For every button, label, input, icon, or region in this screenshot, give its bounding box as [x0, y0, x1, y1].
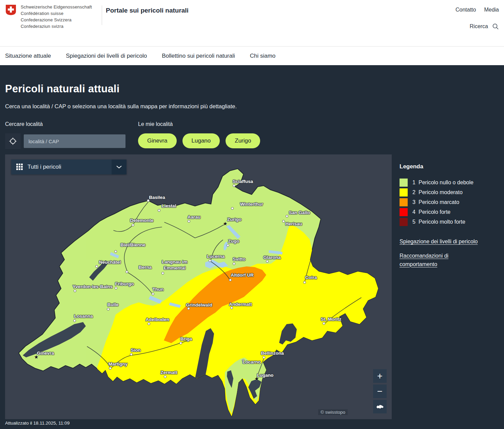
zoom-out-button[interactable]: − — [373, 385, 387, 398]
my-locations: Ginevra Lugano Zurigo — [138, 133, 260, 148]
last-updated: Attualizzato il 18.11.2025, 11:09 — [5, 421, 70, 426]
my-location-lugano[interactable]: Lugano — [182, 133, 220, 148]
legend-level: 4 — [410, 209, 415, 215]
legend-label: Pericolo forte — [419, 209, 450, 215]
legend-swatch — [400, 198, 408, 206]
map-attribution[interactable]: © swisstopo — [318, 409, 348, 415]
locality-search-input[interactable] — [24, 134, 125, 148]
legend-item: 5Pericolo molto forte — [400, 218, 488, 226]
my-location-zurigo[interactable]: Zurigo — [226, 133, 260, 148]
header-search-button[interactable]: Ricerca — [470, 23, 499, 30]
my-location-ginevra[interactable]: Ginevra — [138, 133, 177, 148]
search-locality-label: Cercare località — [5, 121, 43, 127]
hazard-layer-selector[interactable]: Tutti i pericoli — [11, 160, 127, 174]
grid-icon — [16, 164, 23, 170]
legend-swatch — [400, 179, 408, 187]
legend-level: 3 — [410, 199, 415, 205]
media-link[interactable]: Media — [484, 7, 499, 13]
legend-level: 1 — [410, 180, 415, 186]
zoom-out-icon: − — [377, 386, 383, 397]
header: Schweizerische Eidgenossenschaft Confédé… — [0, 0, 504, 46]
geolocate-button[interactable] — [5, 133, 21, 149]
switzerland-hazard-layers — [5, 154, 392, 419]
legend-item: 1Pericolo nullo o debole — [400, 179, 488, 187]
zoom-in-button[interactable]: + — [373, 369, 387, 383]
page-subtitle: Cerca una località / CAP o seleziona una… — [5, 103, 237, 110]
legend-level: 5 — [410, 219, 415, 225]
legend-label: Pericolo nullo o debole — [419, 180, 473, 186]
legend-swatch — [400, 218, 408, 226]
my-locations-label: Le mie località — [138, 121, 173, 127]
legend-panel: Legenda 1Pericolo nullo o debole2Pericol… — [400, 163, 488, 268]
main-nav: Situazione attuale Spiegazioni dei livel… — [0, 46, 504, 65]
header-divider — [102, 5, 102, 25]
legend-title: Legenda — [400, 163, 488, 170]
federal-logo[interactable]: Schweizerische Eidgenossenschaft Confédé… — [5, 4, 92, 30]
legend-label: Pericolo moderato — [419, 189, 463, 195]
page-title: Pericoli naturali attuali — [5, 83, 119, 95]
chevron-down-icon[interactable] — [112, 160, 127, 174]
switzerland-silhouette-icon — [375, 404, 384, 410]
zoom-in-icon: + — [377, 371, 383, 381]
legend-item: 2Pericolo moderato — [400, 188, 488, 197]
page: Schweizerische Eidgenossenschaft Confédé… — [0, 0, 504, 429]
legend-label: Pericolo marcato — [419, 199, 459, 205]
legend-swatch — [400, 208, 408, 216]
legend-items: 1Pericolo nullo o debole2Pericolo modera… — [400, 179, 488, 226]
legend-swatch — [400, 188, 408, 197]
legend-label: Pericolo molto forte — [419, 219, 465, 225]
header-search-label: Ricerca — [470, 23, 488, 30]
legend-level: 2 — [410, 189, 415, 195]
federal-logo-text: Schweizerische Eidgenossenschaft Confédé… — [21, 4, 92, 30]
link-hazard-levels-explanation[interactable]: Spiegazione dei livelli di pericolo — [400, 238, 484, 246]
nav-item-spiegazioni[interactable]: Spiegazioni dei livelli di pericolo — [66, 53, 147, 59]
search-icon — [492, 23, 499, 30]
hazard-layer-label: Tutti i pericoli — [27, 164, 112, 170]
legend-item: 3Pericolo marcato — [400, 198, 488, 206]
link-behaviour-recommendations[interactable]: Raccomandazioni di comportamento — [400, 252, 484, 269]
nav-item-bollettino[interactable]: Bollettino sui pericoli naturali — [162, 53, 235, 59]
site-title: Portale sui pericoli naturali — [106, 7, 189, 14]
nav-item-situazione-attuale[interactable]: Situazione attuale — [5, 53, 51, 59]
main-content: Pericoli naturali attuali Cerca una loca… — [0, 65, 504, 429]
swiss-flag-icon — [5, 4, 17, 16]
legend-item: 4Pericolo forte — [400, 208, 488, 216]
locate-icon — [9, 137, 17, 145]
contact-link[interactable]: Contatto — [455, 7, 476, 13]
home-extent-button[interactable] — [373, 400, 387, 413]
nav-item-chi-siamo[interactable]: Chi siamo — [250, 53, 276, 59]
hazard-map[interactable]: SciaffusaBasileaLiestalDelemonteAarauWin… — [5, 154, 392, 419]
